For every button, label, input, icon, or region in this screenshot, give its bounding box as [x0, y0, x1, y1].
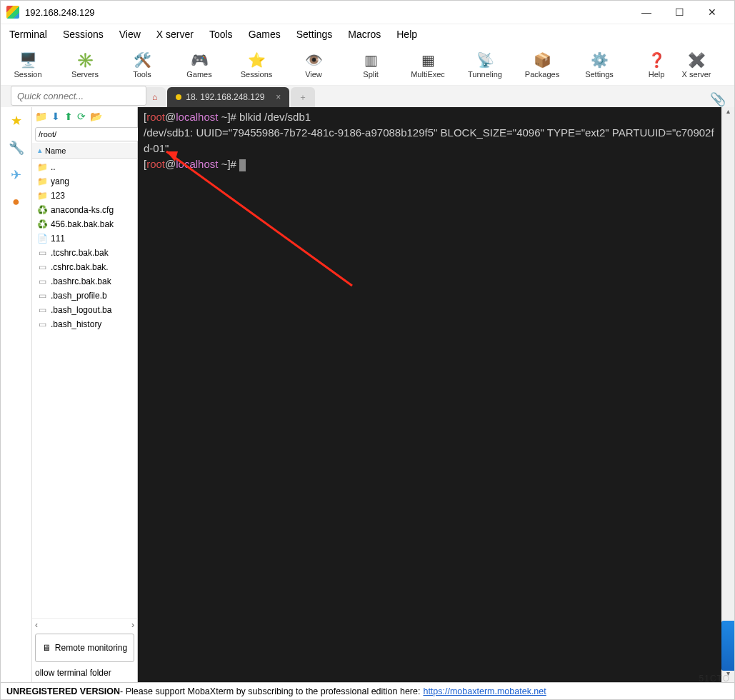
- column-name: Name: [45, 146, 66, 155]
- sessions-icon: ⭐: [246, 51, 266, 69]
- tab-label: 18. 192.168.248.129: [186, 92, 264, 102]
- file-icon: ▭: [36, 291, 48, 301]
- unregistered-label: UNREGISTERED VERSION: [6, 686, 120, 696]
- new-folder-icon[interactable]: 📂: [90, 111, 102, 122]
- tools-icon[interactable]: 🔧: [8, 140, 25, 157]
- folder-icon[interactable]: 📁: [35, 111, 47, 122]
- path-input[interactable]: [35, 127, 141, 141]
- split-icon: ▥: [361, 51, 381, 69]
- file-item[interactable]: ▭.tcshrc.bak.bak: [32, 246, 137, 260]
- x-server-icon: ✖️: [686, 51, 706, 69]
- tab-home[interactable]: ⌂: [144, 87, 166, 107]
- toolbar-tunneling[interactable]: 📡Tunneling: [465, 51, 505, 79]
- file-item[interactable]: ▭.bash_history: [32, 317, 137, 331]
- toolbar-servers[interactable]: ✳️Servers: [65, 51, 105, 79]
- tab-close-icon[interactable]: ×: [276, 92, 281, 102]
- toolbar-split[interactable]: ▥Split: [351, 51, 391, 79]
- toolbar: 🖥️Session✳️Servers🛠️Tools🎮Games⭐Sessions…: [1, 44, 734, 86]
- file-icon: 📄: [36, 234, 48, 244]
- menu-help[interactable]: Help: [396, 29, 417, 40]
- tools-icon: 🛠️: [132, 51, 152, 69]
- annotation-arrow: [138, 107, 721, 679]
- session-icon: 🖥️: [18, 51, 38, 69]
- help-icon: ❓: [646, 51, 666, 69]
- vertical-scrollbar[interactable]: ▴ ▾: [721, 107, 734, 682]
- minimize-button[interactable]: —: [630, 1, 663, 24]
- app-icon: [6, 6, 19, 19]
- file-icon: ▭: [36, 276, 48, 286]
- toolbar-sessions[interactable]: ⭐Sessions: [236, 51, 276, 79]
- toolbar-multiexec[interactable]: ▦MultiExec: [408, 51, 448, 79]
- maximize-button[interactable]: ☐: [663, 1, 696, 24]
- games-icon: 🎮: [189, 51, 209, 69]
- toolbar-settings[interactable]: ⚙️Settings: [579, 51, 619, 79]
- file-item[interactable]: 📁..: [32, 160, 137, 174]
- footer-link[interactable]: https://mobaxterm.mobatek.net: [423, 686, 546, 696]
- download-icon[interactable]: ⬇: [51, 111, 60, 122]
- main-area: ★ 🔧 ✈ ● 📁 ⬇ ⬆ ⟳ 📂 ✔ ▴ Name 📁..📁yang📁123♻…: [1, 107, 734, 682]
- follow-terminal-label[interactable]: ollow terminal folder: [32, 665, 137, 682]
- menu-tools[interactable]: Tools: [209, 29, 233, 40]
- toolbar-tools[interactable]: 🛠️Tools: [122, 51, 162, 79]
- multiexec-icon: ▦: [418, 51, 438, 69]
- file-icon: ♻️: [36, 205, 48, 215]
- footer-text: - Please support MobaXterm by subscribin…: [120, 686, 420, 696]
- sort-icon[interactable]: ▴: [38, 146, 42, 155]
- upload-icon[interactable]: ⬆: [64, 111, 73, 122]
- side-tray[interactable]: [721, 621, 734, 671]
- file-icon: 📁: [36, 176, 48, 186]
- tab-session-active[interactable]: 18. 192.168.248.129 ×: [167, 87, 289, 107]
- attachment-icon[interactable]: 📎: [710, 91, 726, 107]
- toolbar-session[interactable]: 🖥️Session: [8, 51, 48, 79]
- titlebar: 192.168.248.129 — ☐ ✕: [1, 1, 734, 24]
- file-item[interactable]: 📄111: [32, 231, 137, 246]
- file-item[interactable]: ▭.bashrc.bak.bak: [32, 274, 137, 289]
- menu-macros[interactable]: Macros: [348, 29, 381, 40]
- sidebar-path-row: ✔: [32, 126, 137, 143]
- toolbar-help[interactable]: ❓Help: [636, 51, 676, 79]
- view-icon: 👁️: [304, 51, 324, 69]
- servers-icon: ✳️: [75, 51, 95, 69]
- toolbar-x-server[interactable]: ✖️X server: [676, 51, 716, 79]
- toolbar-view[interactable]: 👁️View: [294, 51, 334, 79]
- home-icon: ⌂: [152, 92, 157, 102]
- file-icon: ▭: [36, 248, 48, 258]
- menu-view[interactable]: View: [119, 29, 141, 40]
- file-item[interactable]: 📁yang: [32, 174, 137, 189]
- file-item[interactable]: ♻️anaconda-ks.cfg: [32, 203, 137, 217]
- file-item[interactable]: ▭.cshrc.bak.bak.: [32, 260, 137, 274]
- file-icon: ▭: [36, 262, 48, 272]
- packages-icon: 📦: [532, 51, 552, 69]
- file-list: 📁..📁yang📁123♻️anaconda-ks.cfg♻️456.bak.b…: [32, 159, 137, 618]
- watermark: 51CTO: [699, 674, 730, 684]
- menu-games[interactable]: Games: [249, 29, 281, 40]
- close-button[interactable]: ✕: [696, 1, 729, 24]
- toolbar-games[interactable]: 🎮Games: [179, 51, 219, 79]
- send-icon[interactable]: ✈: [8, 167, 25, 184]
- sidebar-toolbar: 📁 ⬇ ⬆ ⟳ 📂: [32, 107, 137, 126]
- sidebar-hscroll[interactable]: ‹›: [32, 618, 137, 631]
- file-item[interactable]: ▭.bash_logout.ba: [32, 303, 137, 317]
- window-title: 192.168.248.129: [25, 7, 630, 18]
- file-icon: ▭: [36, 305, 48, 315]
- tab-new[interactable]: ＋: [291, 87, 315, 107]
- file-item[interactable]: ♻️456.bak.bak.bak: [32, 217, 137, 231]
- quick-connect-input[interactable]: [11, 86, 146, 106]
- file-icon: 📁: [36, 191, 48, 201]
- terminal[interactable]: [root@localhost ~]# blkid /dev/sdb1 /dev…: [138, 107, 721, 682]
- menu-terminal[interactable]: Terminal: [9, 29, 47, 40]
- refresh-icon[interactable]: ⟳: [77, 111, 86, 122]
- quick-connect: [11, 86, 146, 106]
- menu-sessions[interactable]: Sessions: [63, 29, 104, 40]
- file-item[interactable]: ▭.bash_profile.b: [32, 289, 137, 303]
- toolbar-packages[interactable]: 📦Packages: [522, 51, 562, 79]
- sftp-sidebar: 📁 ⬇ ⬆ ⟳ 📂 ✔ ▴ Name 📁..📁yang📁123♻️anacond…: [32, 107, 138, 682]
- scroll-up-icon[interactable]: ▴: [721, 107, 734, 120]
- globe-icon[interactable]: ●: [8, 194, 25, 211]
- menu-x-server[interactable]: X server: [156, 29, 194, 40]
- file-item[interactable]: 📁123: [32, 189, 137, 203]
- tab-status-icon: [176, 94, 181, 100]
- remote-monitoring-button[interactable]: 🖥 Remote monitoring: [35, 634, 134, 662]
- menu-settings[interactable]: Settings: [296, 29, 333, 40]
- star-icon[interactable]: ★: [8, 113, 25, 130]
